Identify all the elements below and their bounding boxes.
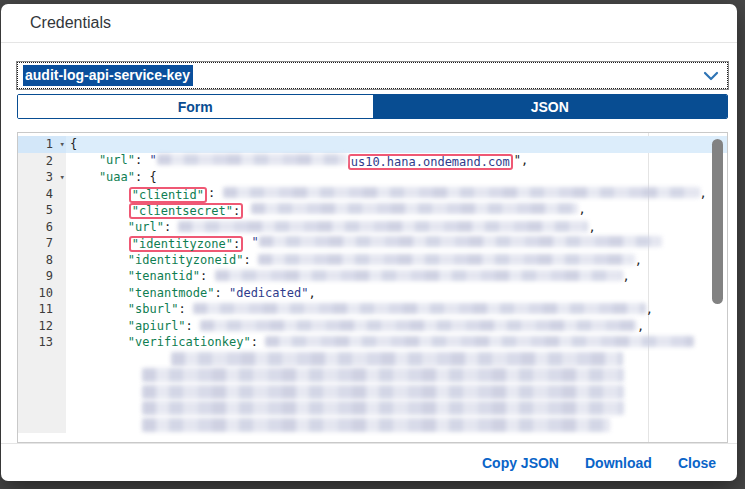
code-line: 7 "identityzone": " bbox=[18, 235, 727, 252]
code-token: , bbox=[700, 186, 707, 200]
code-token: , bbox=[646, 302, 653, 316]
code-text: "clientsecret": , bbox=[66, 201, 586, 219]
code-line: 9 "tenantid": , bbox=[18, 268, 727, 285]
annotation-box: "identityzone": bbox=[129, 236, 243, 252]
code-token: "url" bbox=[70, 220, 164, 234]
dialog-header: Credentials bbox=[1, 4, 737, 43]
key-selector-dropdown[interactable]: audit-log-api-service-key bbox=[17, 62, 728, 89]
code-text bbox=[66, 400, 624, 417]
code-token: : bbox=[208, 186, 222, 200]
code-token: " bbox=[149, 153, 156, 167]
code-line bbox=[18, 417, 727, 434]
code-token bbox=[70, 418, 142, 432]
tab-form[interactable]: Form bbox=[18, 95, 373, 118]
redacted-text bbox=[193, 303, 646, 314]
line-number: 8 bbox=[18, 252, 66, 269]
redacted-text bbox=[142, 385, 624, 399]
code-token: : bbox=[215, 286, 229, 300]
code-text: "verificationkey": bbox=[66, 334, 694, 351]
code-line: 12 "apiurl": , bbox=[18, 318, 727, 335]
code-line bbox=[18, 384, 727, 401]
code-token: us10.hana.ondemand.com bbox=[351, 155, 510, 169]
line-number: 9 bbox=[18, 268, 66, 285]
code-token: : bbox=[233, 204, 240, 218]
code-text bbox=[66, 417, 610, 434]
code-text bbox=[66, 367, 624, 384]
code-token: "dedicated" bbox=[229, 286, 308, 300]
redacted-text bbox=[215, 270, 623, 281]
code-line: 6 "url": , bbox=[18, 219, 727, 236]
code-token: "clientid" bbox=[132, 188, 204, 202]
code-text bbox=[66, 384, 624, 401]
code-line: 2 "url": "us10.hana.ondemand.com", bbox=[18, 153, 727, 170]
code-text: "clientid": , bbox=[66, 185, 707, 203]
code-token: " bbox=[251, 235, 258, 249]
code-line: 13 "verificationkey": bbox=[18, 334, 727, 351]
close-button[interactable]: Close bbox=[676, 451, 718, 475]
line-number: 11 bbox=[18, 301, 66, 318]
code-line: 4 "clientid": , bbox=[18, 186, 727, 203]
code-token: : bbox=[200, 269, 214, 283]
line-number: 1▾ bbox=[18, 136, 66, 153]
code-token bbox=[70, 186, 128, 200]
redacted-text bbox=[171, 352, 623, 366]
code-text bbox=[66, 351, 623, 368]
fold-toggle-icon[interactable]: ▾ bbox=[60, 136, 65, 153]
code-text: "url": "us10.hana.ondemand.com", bbox=[66, 152, 528, 170]
line-number: 10 bbox=[18, 285, 66, 302]
code-token: : bbox=[251, 335, 265, 349]
code-text: "url": , bbox=[66, 219, 596, 236]
code-text: "apiurl": , bbox=[66, 318, 644, 335]
code-token: ", bbox=[514, 153, 528, 167]
code-line: 8 "identityzoneid": , bbox=[18, 252, 727, 269]
code-text: "tenantid": , bbox=[66, 268, 630, 285]
code-token bbox=[70, 385, 142, 399]
dialog-title: Credentials bbox=[30, 14, 111, 32]
redacted-text bbox=[265, 336, 694, 347]
code-token: , bbox=[578, 202, 585, 216]
line-number: 12 bbox=[18, 318, 66, 335]
copy-json-button[interactable]: Copy JSON bbox=[480, 451, 561, 475]
code-line: 5 "clientsecret": , bbox=[18, 202, 727, 219]
code-text: "identityzone": " bbox=[66, 234, 662, 252]
redacted-text bbox=[142, 418, 610, 432]
annotation-box: us10.hana.ondemand.com bbox=[348, 154, 513, 170]
redacted-text bbox=[251, 203, 578, 214]
code-token bbox=[70, 202, 128, 216]
code-token: { bbox=[70, 137, 77, 151]
code-token: , bbox=[623, 269, 630, 283]
code-text: "tenantmode": "dedicated", bbox=[66, 285, 316, 302]
code-token: : bbox=[186, 319, 200, 333]
code-line bbox=[18, 351, 727, 368]
line-number: 2 bbox=[18, 153, 66, 170]
code-token: , bbox=[588, 220, 595, 234]
code-token bbox=[70, 235, 128, 249]
editor-scrollbar[interactable] bbox=[712, 139, 723, 304]
line-number bbox=[18, 367, 66, 384]
json-editor[interactable]: 1▾{2 "url": "us10.hana.ondemand.com",3▾ … bbox=[17, 132, 728, 443]
line-number bbox=[18, 384, 66, 401]
line-number: 5 bbox=[18, 202, 66, 219]
line-number bbox=[18, 351, 66, 368]
redacted-text bbox=[142, 368, 624, 382]
download-button[interactable]: Download bbox=[583, 451, 654, 475]
code-token: : { bbox=[135, 170, 157, 184]
selected-key-value: audit-log-api-service-key bbox=[23, 65, 193, 86]
code-token bbox=[70, 368, 142, 382]
line-number: 3▾ bbox=[18, 169, 66, 186]
code-token bbox=[244, 202, 251, 216]
fold-toggle-icon[interactable]: ▾ bbox=[60, 169, 65, 186]
redacted-text bbox=[200, 320, 637, 331]
dialog-footer: Copy JSON Download Close bbox=[1, 443, 737, 481]
code-text: "identityzoneid": , bbox=[66, 252, 642, 269]
redacted-text bbox=[223, 187, 700, 198]
code-token: : bbox=[178, 302, 192, 316]
code-token bbox=[70, 352, 171, 366]
code-token bbox=[70, 401, 142, 415]
code-token: , bbox=[308, 286, 315, 300]
redacted-text bbox=[142, 401, 624, 415]
code-token: : bbox=[233, 237, 240, 251]
redacted-text bbox=[259, 236, 662, 247]
code-token: , bbox=[637, 319, 644, 333]
tab-json[interactable]: JSON bbox=[373, 95, 728, 118]
